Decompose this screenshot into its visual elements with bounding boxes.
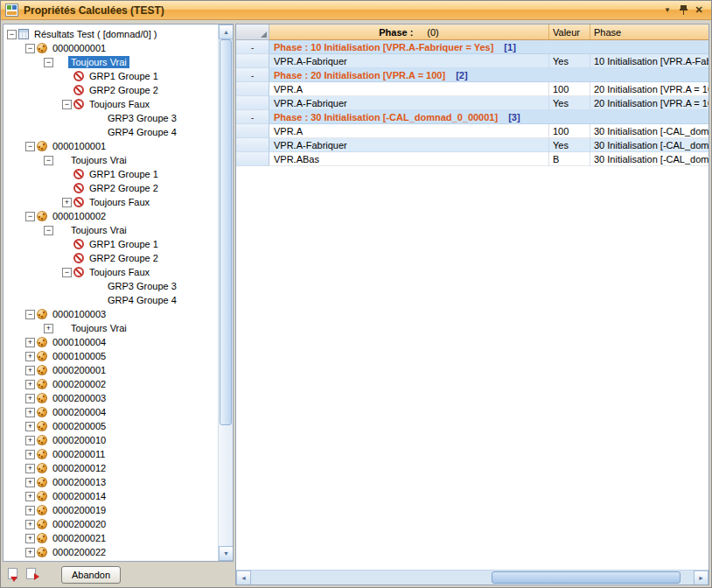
tree-item[interactable]: GRP4 Groupe 4 xyxy=(3,125,218,139)
value-cell[interactable]: Yes xyxy=(549,138,590,152)
tree-item[interactable]: −Toujours Vrai xyxy=(3,223,218,237)
phase-cell[interactable]: 30 Initialisation [-CAL_domnad xyxy=(590,138,709,152)
tree-item[interactable]: GRP4 Groupe 4 xyxy=(3,293,218,307)
expand-toggle-icon[interactable]: + xyxy=(25,548,35,557)
tree-item[interactable]: GRP1 Groupe 1 xyxy=(3,237,218,251)
expand-toggle-icon[interactable]: + xyxy=(25,394,35,403)
tree-item[interactable]: GRP3 Groupe 3 xyxy=(3,279,218,293)
expand-toggle-icon[interactable]: + xyxy=(25,352,35,361)
tree-item[interactable]: GRP2 Groupe 2 xyxy=(3,251,218,265)
phase-cell[interactable]: 10 Initialisation [VPR.A-Fabriq xyxy=(590,54,709,68)
tree-item[interactable]: −0000000001 xyxy=(3,41,218,55)
footer-icon-button-1[interactable] xyxy=(5,567,22,583)
collapse-toggle-icon[interactable]: − xyxy=(25,212,35,221)
group-row-cell[interactable]: Phase : 20 Initialisation [VPR.A = 100][… xyxy=(269,68,709,82)
row-indicator[interactable]: - xyxy=(236,40,269,54)
tree-item[interactable]: −0000100001 xyxy=(3,139,218,153)
tree-item[interactable]: GRP3 Groupe 3 xyxy=(3,111,218,125)
footer-icon-button-2[interactable] xyxy=(24,567,40,583)
row-indicator[interactable] xyxy=(236,54,269,68)
tree-item[interactable]: +0000200022 xyxy=(3,545,218,559)
tree-item[interactable]: GRP1 Groupe 1 xyxy=(3,69,218,83)
tree-item[interactable]: +0000200020 xyxy=(3,517,218,531)
tree-item[interactable]: −Toujours Vrai xyxy=(3,153,218,167)
row-indicator[interactable] xyxy=(236,124,269,138)
value-cell[interactable]: Yes xyxy=(549,54,590,68)
value-cell[interactable]: B xyxy=(549,152,590,166)
scroll-left-icon[interactable] xyxy=(236,570,251,585)
expand-toggle-icon[interactable]: + xyxy=(25,366,35,375)
property-name-cell[interactable]: VPR.A xyxy=(269,82,549,96)
column-header-phase-group[interactable]: Phase : (0) xyxy=(269,24,549,40)
phase-cell[interactable]: 30 Initialisation [-CAL_domnad xyxy=(590,152,709,166)
expand-toggle-icon[interactable]: + xyxy=(62,198,72,207)
group-row[interactable]: -Phase : 20 Initialisation [VPR.A = 100]… xyxy=(236,68,709,82)
scrollbar-thumb[interactable] xyxy=(492,571,681,584)
column-header-valeur[interactable]: Valeur xyxy=(549,24,590,40)
tree-item[interactable]: +0000200001 xyxy=(3,363,218,377)
collapse-toggle-icon[interactable]: − xyxy=(62,268,72,277)
tree-item[interactable]: +0000200004 xyxy=(3,405,218,419)
property-name-cell[interactable]: VPR.A-Fabriquer xyxy=(269,96,549,110)
tree-item[interactable]: −0000100003 xyxy=(3,307,218,321)
expand-toggle-icon[interactable]: + xyxy=(25,338,35,347)
group-row[interactable]: -Phase : 10 Initialisation [VPR.A-Fabriq… xyxy=(236,40,709,54)
expand-toggle-icon[interactable]: + xyxy=(25,520,35,529)
expand-toggle-icon[interactable]: + xyxy=(25,478,35,487)
group-row-cell[interactable]: Phase : 10 Initialisation [VPR.A-Fabriqu… xyxy=(269,40,709,54)
expand-toggle-icon[interactable]: + xyxy=(25,464,35,473)
window-menu-button[interactable]: ▼ xyxy=(660,4,675,18)
value-cell[interactable]: 100 xyxy=(549,82,590,96)
tree-item[interactable]: −Toujours Faux xyxy=(3,265,218,279)
collapse-toggle-icon[interactable]: − xyxy=(25,310,35,319)
tree-vertical-scrollbar[interactable] xyxy=(218,24,233,561)
phase-cell[interactable]: 20 Initialisation [VPR.A = 100] xyxy=(590,82,709,96)
tree-item[interactable]: −Toujours Vrai xyxy=(3,55,218,69)
property-name-cell[interactable]: VPR.ABas xyxy=(269,152,549,166)
abandon-button[interactable]: Abandon xyxy=(61,566,121,584)
tree-item[interactable]: +0000200010 xyxy=(3,433,218,447)
collapse-toggle-icon[interactable]: − xyxy=(25,142,35,151)
tree-item[interactable]: −Toujours Faux xyxy=(3,97,218,111)
value-cell[interactable]: 100 xyxy=(549,124,590,138)
collapse-toggle-icon[interactable]: − xyxy=(44,226,53,235)
collapse-toggle-icon[interactable]: − xyxy=(25,44,35,53)
tree-item[interactable]: +Toujours Vrai xyxy=(3,321,218,335)
collapse-toggle-icon[interactable]: − xyxy=(44,156,53,165)
table-row[interactable]: VPR.A-FabriquerYes20 Initialisation [VPR… xyxy=(236,96,709,110)
row-indicator[interactable]: - xyxy=(236,110,269,124)
expand-toggle-icon[interactable]: + xyxy=(44,324,53,333)
tree-item[interactable]: GRP2 Groupe 2 xyxy=(3,181,218,195)
expand-toggle-icon[interactable]: + xyxy=(25,506,35,515)
collapse-toggle-icon[interactable]: − xyxy=(62,100,72,109)
phase-cell[interactable]: 20 Initialisation [VPR.A = 100] xyxy=(590,96,709,110)
value-cell[interactable]: Yes xyxy=(549,96,590,110)
property-name-cell[interactable]: VPR.A xyxy=(269,124,549,138)
grid-corner-cell[interactable] xyxy=(236,24,269,40)
row-indicator[interactable] xyxy=(236,152,269,166)
collapse-toggle-icon[interactable]: − xyxy=(7,30,17,39)
expand-toggle-icon[interactable]: + xyxy=(25,450,35,459)
tree-item[interactable]: +0000200014 xyxy=(3,489,218,503)
scroll-down-icon[interactable] xyxy=(219,546,234,561)
table-row[interactable]: VPR.ABasB30 Initialisation [-CAL_domnad xyxy=(236,152,709,166)
grid-horizontal-scrollbar[interactable] xyxy=(236,570,709,584)
scroll-right-icon[interactable] xyxy=(694,570,709,585)
close-button[interactable]: ✕ xyxy=(691,4,707,18)
phase-cell[interactable]: 30 Initialisation [-CAL_domnad xyxy=(590,124,709,138)
tree-item[interactable]: +0000200011 xyxy=(3,447,218,461)
table-row[interactable]: VPR.A10030 Initialisation [-CAL_domnad xyxy=(236,124,709,138)
tree-item[interactable]: +0000200019 xyxy=(3,503,218,517)
row-indicator[interactable]: - xyxy=(236,68,269,82)
collapse-toggle-icon[interactable]: − xyxy=(44,58,53,67)
tree-item[interactable]: +0000200013 xyxy=(3,475,218,489)
expand-toggle-icon[interactable]: + xyxy=(25,422,35,431)
group-row[interactable]: -Phase : 30 Initialisation [-CAL_domnad_… xyxy=(236,110,709,124)
tree-item[interactable]: +0000200021 xyxy=(3,531,218,545)
tree-item[interactable]: +0000200003 xyxy=(3,391,218,405)
property-name-cell[interactable]: VPR.A-Fabriquer xyxy=(269,54,549,68)
expand-toggle-icon[interactable]: + xyxy=(25,492,35,501)
expand-toggle-icon[interactable]: + xyxy=(25,436,35,445)
tree-item[interactable]: −0000100002 xyxy=(3,209,218,223)
expand-toggle-icon[interactable]: + xyxy=(25,408,35,417)
